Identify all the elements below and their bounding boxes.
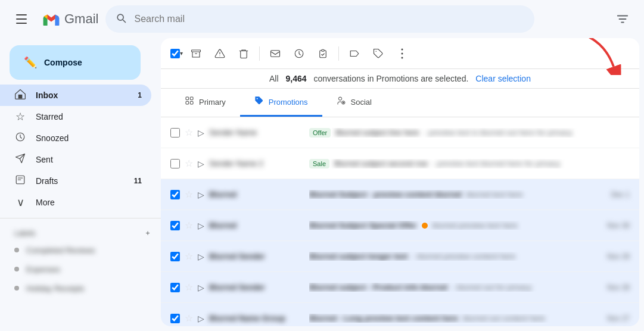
row-checkbox[interactable] xyxy=(170,159,180,168)
sidebar-item-inbox[interactable]: Inbox 1 xyxy=(0,85,151,106)
toolbar-divider-2 xyxy=(338,46,339,61)
star-icon[interactable]: ☆ xyxy=(185,127,193,138)
sidebar-item-drafts[interactable]: Drafts 11 xyxy=(0,170,151,192)
table-row[interactable]: ☆ ▷ Blurred Sender Blurred subject - Pro… xyxy=(161,272,639,303)
snippet: - preview text blurred here for privacy xyxy=(433,159,561,168)
svg-rect-3 xyxy=(192,50,201,52)
row-checkbox[interactable] xyxy=(170,221,180,230)
sidebar-item-drafts-badge: 11 xyxy=(134,177,142,185)
delete-button[interactable] xyxy=(233,43,254,64)
clear-selection-link[interactable]: Clear selection xyxy=(475,74,531,83)
gmail-logo[interactable]: Gmail xyxy=(41,11,98,27)
more-chevron-icon: ∨ xyxy=(14,196,26,209)
svg-point-15 xyxy=(256,98,257,99)
search-input[interactable] xyxy=(134,14,525,24)
sidebar-item-snoozed[interactable]: Snoozed xyxy=(0,127,151,149)
email-time: Dec 1 xyxy=(611,191,630,199)
sidebar-item-snoozed-label: Snoozed xyxy=(36,133,142,143)
table-row[interactable]: ☆ ▷ Blurred Name Group Blurred - Long pr… xyxy=(161,303,639,326)
tab-promotions[interactable]: Promotions xyxy=(240,89,322,117)
snippet: - blurred preview content here xyxy=(412,252,515,261)
subject: Blurred subject longer text xyxy=(309,252,407,261)
snippet: - blurred out for privacy xyxy=(452,283,532,292)
table-row[interactable]: ☆ ▷ Sender Name Offer Blurred subject li… xyxy=(161,117,639,148)
star-icon: ☆ xyxy=(14,110,26,123)
label-dot-1 xyxy=(14,248,19,252)
svg-rect-14 xyxy=(190,101,193,104)
tab-primary[interactable]: Primary xyxy=(170,89,240,117)
star-icon[interactable]: ☆ xyxy=(185,313,193,324)
compose-icon: ✏️ xyxy=(24,56,37,69)
filter-button[interactable] xyxy=(611,7,634,31)
tab-primary-label: Primary xyxy=(199,98,226,107)
sidebar-item-starred[interactable]: ☆ Starred xyxy=(0,106,151,127)
star-icon[interactable]: ☆ xyxy=(185,220,193,231)
label-dot-2 xyxy=(14,267,19,271)
table-row[interactable]: ☆ ▷ Blurred Blurred Subject - preview co… xyxy=(161,179,639,210)
subject: Blurred Subject - preview content blurre… xyxy=(309,190,462,199)
sidebar: ✏️ Compose Inbox 1 ☆ Starred Snoozed Sen… xyxy=(0,38,161,331)
email-tabs: Primary Promotions Social xyxy=(161,89,639,117)
add-label-icon[interactable]: ＋ xyxy=(144,228,151,238)
svg-point-8 xyxy=(402,52,403,54)
subject: Blurred subject second row xyxy=(334,159,428,168)
label-item-1[interactable]: Completed Reviews xyxy=(0,241,161,260)
label-item-2[interactable]: Expenses xyxy=(0,260,161,279)
labels-header-text: Labels xyxy=(14,229,35,238)
sidebar-item-starred-label: Starred xyxy=(36,112,142,121)
star-icon[interactable]: ☆ xyxy=(185,251,193,262)
subject-snippet: Blurred subject - Product info blurred -… xyxy=(309,283,598,292)
star-icon[interactable]: ☆ xyxy=(185,282,193,293)
svg-point-6 xyxy=(376,51,377,52)
menu-button[interactable] xyxy=(10,7,33,31)
tab-social[interactable]: Social xyxy=(322,89,386,117)
snippet: blurred out content here xyxy=(463,314,545,323)
compose-button[interactable]: ✏️ Compose xyxy=(10,45,141,80)
table-row[interactable]: ☆ ▷ Blurred Blurred Subject Special Offe… xyxy=(161,210,639,241)
move-to-button[interactable] xyxy=(344,43,365,64)
content-area: ▾ xyxy=(161,38,639,326)
mark-read-button[interactable] xyxy=(265,43,286,64)
row-checkbox[interactable] xyxy=(170,190,180,199)
report-spam-button[interactable] xyxy=(209,43,231,64)
gmail-m-icon xyxy=(41,11,62,27)
mark-important-button[interactable] xyxy=(312,43,334,64)
row-checkbox[interactable] xyxy=(170,283,180,292)
selection-pre-text: All xyxy=(269,74,279,83)
sidebar-item-sent[interactable]: Sent xyxy=(0,149,151,170)
promo-tag-icon: ▷ xyxy=(198,190,204,199)
selection-count: 9,464 xyxy=(285,74,306,83)
table-row[interactable]: ☆ ▷ Blurred Sender Blurred subject longe… xyxy=(161,241,639,272)
toolbar-divider-1 xyxy=(259,46,260,61)
label-button[interactable] xyxy=(368,43,389,64)
social-tab-icon xyxy=(337,96,346,108)
orange-dot xyxy=(422,223,428,229)
select-dropdown-arrow[interactable]: ▾ xyxy=(180,50,183,57)
row-checkbox[interactable] xyxy=(170,252,180,261)
promo-label: Sale xyxy=(309,159,329,168)
svg-rect-0 xyxy=(18,94,23,98)
more-actions-button[interactable] xyxy=(391,43,413,64)
top-right-actions xyxy=(611,7,634,31)
row-checkbox[interactable] xyxy=(170,314,180,323)
star-icon[interactable]: ☆ xyxy=(185,158,193,169)
svg-point-7 xyxy=(402,48,403,50)
svg-point-16 xyxy=(338,97,341,100)
label-item-3[interactable]: Holiday Receipts xyxy=(0,279,161,298)
svg-rect-12 xyxy=(190,97,193,100)
select-all-wrap[interactable]: ▾ xyxy=(170,49,183,58)
snooze-button[interactable] xyxy=(288,43,310,64)
select-all-checkbox[interactable] xyxy=(170,49,180,58)
row-checkbox[interactable] xyxy=(170,128,180,138)
subject-snippet: Blurred subject longer text - blurred pr… xyxy=(309,252,598,261)
sender-name: Sender Name 2 xyxy=(209,159,304,168)
sender-name: Blurred Name Group xyxy=(209,314,304,323)
sidebar-item-more-label: More xyxy=(36,198,142,207)
star-icon[interactable]: ☆ xyxy=(185,189,193,200)
table-row[interactable]: ☆ ▷ Sender Name 2 Sale Blurred subject s… xyxy=(161,148,639,179)
gmail-logo-text: Gmail xyxy=(64,11,98,27)
archive-button[interactable] xyxy=(185,43,207,64)
search-bar[interactable] xyxy=(105,5,534,33)
sidebar-item-more[interactable]: ∨ More xyxy=(0,192,151,213)
tab-social-label: Social xyxy=(351,98,372,107)
